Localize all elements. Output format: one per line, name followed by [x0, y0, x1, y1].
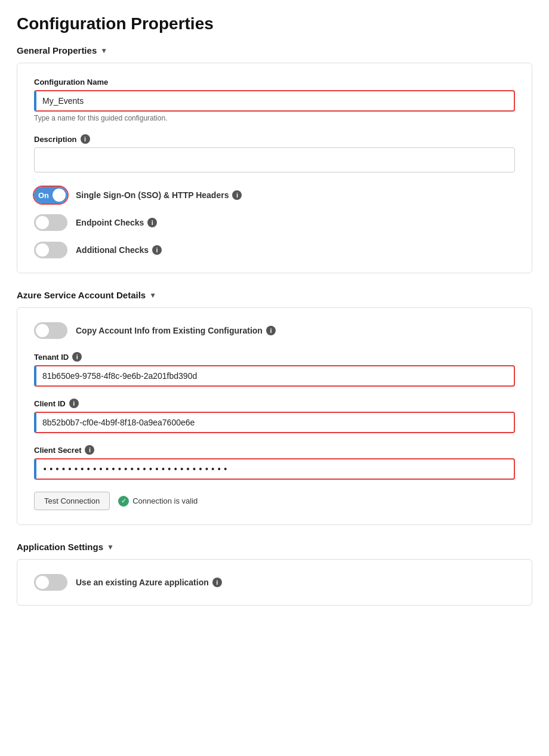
general-properties-arrow: ▼: [100, 47, 107, 55]
client-secret-info-icon[interactable]: i: [85, 445, 94, 455]
client-secret-group: Client Secret i: [34, 445, 515, 480]
use-existing-info-icon[interactable]: i: [212, 578, 222, 587]
additional-toggle-row: Additional Checks i: [34, 242, 515, 258]
app-settings-arrow: ▼: [107, 543, 114, 551]
copy-account-row: Copy Account Info from Existing Configur…: [34, 322, 515, 339]
endpoint-toggle-slider: [34, 214, 67, 231]
azure-details-section: Azure Service Account Details ▼ Copy Acc…: [17, 290, 532, 525]
sso-toggle[interactable]: On: [34, 187, 67, 203]
additional-toggle[interactable]: [34, 242, 67, 258]
azure-details-header[interactable]: Azure Service Account Details ▼: [17, 290, 532, 300]
copy-account-info-icon[interactable]: i: [266, 326, 276, 335]
connection-valid-text: Connection is valid: [132, 496, 198, 505]
endpoint-toggle[interactable]: [34, 214, 67, 231]
use-existing-label: Use an existing Azure application i: [76, 578, 222, 587]
connection-valid-badge: ✓ Connection is valid: [118, 496, 198, 507]
use-existing-toggle-row: Use an existing Azure application i: [34, 574, 515, 591]
copy-account-label: Copy Account Info from Existing Configur…: [76, 326, 276, 335]
additional-label: Additional Checks i: [76, 245, 162, 255]
endpoint-label: Endpoint Checks i: [76, 218, 157, 227]
azure-details-label: Azure Service Account Details: [17, 290, 146, 300]
client-id-info-icon[interactable]: i: [69, 399, 79, 408]
description-label: Description i: [34, 134, 515, 144]
azure-details-box: Copy Account Info from Existing Configur…: [17, 307, 532, 525]
tenant-id-group: Tenant ID i: [34, 352, 515, 387]
sso-label: Single Sign-On (SSO) & HTTP Headers i: [76, 190, 242, 200]
test-connection-button[interactable]: Test Connection: [34, 492, 110, 510]
azure-details-arrow: ▼: [149, 291, 156, 300]
use-existing-toggle[interactable]: [34, 574, 67, 591]
sso-toggle-slider: [34, 187, 67, 203]
tenant-id-info-icon[interactable]: i: [72, 352, 82, 362]
client-secret-label: Client Secret i: [34, 445, 515, 455]
description-info-icon[interactable]: i: [81, 134, 90, 144]
config-name-label: Configuration Name: [34, 78, 515, 87]
general-properties-box: Configuration Name Type a name for this …: [17, 63, 532, 273]
general-properties-header[interactable]: General Properties ▼: [17, 45, 532, 55]
app-settings-section: Application Settings ▼ Use an existing A…: [17, 542, 532, 606]
client-id-group: Client ID i: [34, 399, 515, 433]
app-settings-box: Use an existing Azure application i: [17, 559, 532, 606]
connection-valid-icon: ✓: [118, 496, 129, 507]
sso-toggle-row: On Single Sign-On (SSO) & HTTP Headers i: [34, 187, 515, 203]
page-title: Configuration Properties: [17, 14, 532, 33]
copy-account-toggle-slider: [34, 322, 67, 339]
additional-toggle-slider: [34, 242, 67, 258]
description-input[interactable]: [34, 147, 515, 172]
endpoint-toggle-row: Endpoint Checks i: [34, 214, 515, 231]
general-properties-label: General Properties: [17, 45, 97, 55]
connection-row: Test Connection ✓ Connection is valid: [34, 492, 515, 510]
app-settings-header[interactable]: Application Settings ▼: [17, 542, 532, 552]
config-name-group: Configuration Name Type a name for this …: [34, 78, 515, 122]
client-id-label: Client ID i: [34, 399, 515, 408]
additional-info-icon[interactable]: i: [152, 245, 162, 255]
endpoint-info-icon[interactable]: i: [147, 218, 157, 227]
client-id-input[interactable]: [34, 412, 515, 433]
description-group: Description i: [34, 134, 515, 175]
general-properties-section: General Properties ▼ Configuration Name …: [17, 45, 532, 273]
client-secret-input[interactable]: [34, 458, 515, 480]
app-settings-label: Application Settings: [17, 542, 103, 552]
config-name-hint: Type a name for this guided configuratio…: [34, 114, 515, 122]
config-name-input[interactable]: [34, 90, 515, 112]
copy-account-toggle[interactable]: [34, 322, 67, 339]
tenant-id-label: Tenant ID i: [34, 352, 515, 362]
tenant-id-input[interactable]: [34, 365, 515, 387]
use-existing-toggle-slider: [34, 574, 67, 591]
sso-info-icon[interactable]: i: [232, 190, 242, 200]
